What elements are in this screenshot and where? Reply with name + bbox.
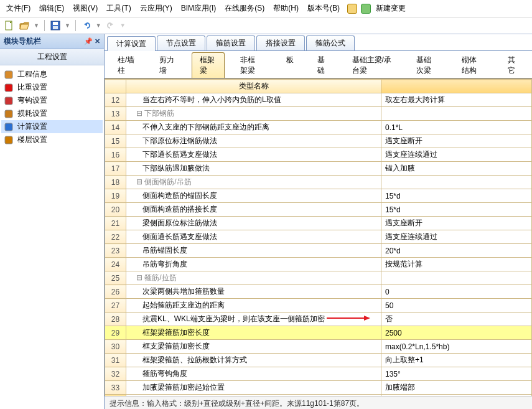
tab1-0[interactable]: 计算设置 (107, 36, 156, 51)
tab1-3[interactable]: 搭接设置 (256, 35, 305, 50)
row-val[interactable]: 遇支座断开 (381, 217, 532, 230)
row-name[interactable]: 侧面通长筋遇支座做法 (126, 230, 381, 244)
dropdown-icon[interactable]: ▼ (34, 22, 39, 29)
row-val[interactable] (381, 176, 532, 189)
sidebar-item-5[interactable]: 楼层设置 (1, 133, 103, 146)
row-val[interactable]: 否 (381, 313, 532, 326)
row-val[interactable]: 50 (381, 299, 532, 313)
grid-row[interactable]: 29 框架梁箍筋加密长度2500 (105, 326, 532, 340)
tab1-1[interactable]: 节点设置 (157, 35, 205, 50)
row-val[interactable]: 0 (381, 285, 532, 299)
tab2-3[interactable]: 非框架梁 (232, 52, 271, 78)
row-name[interactable]: ⊟ 箍筋/拉筋 (126, 271, 381, 285)
row-name[interactable]: ⊟ 侧面钢筋/吊筋 (126, 176, 381, 189)
sidebar-item-0[interactable]: 工程信息 (1, 68, 103, 81)
row-val[interactable] (381, 107, 532, 121)
menu-cloud[interactable]: 云应用(Y) (136, 2, 176, 15)
row-val[interactable]: 2500 (381, 326, 532, 340)
row-name[interactable]: 起始箍筋距支座边的距离 (126, 299, 381, 313)
grid-row[interactable]: 27 起始箍筋距支座边的距离50 (105, 299, 532, 313)
grid-row[interactable]: 22 侧面通长筋遇支座做法遇支座连续通过 (105, 230, 532, 244)
tab2-2[interactable]: 框架梁 (192, 52, 225, 78)
row-val[interactable]: 遇支座断开 (381, 134, 532, 148)
menu-bim[interactable]: BIM应用(I) (177, 2, 220, 15)
menu-tool[interactable]: 工具(T) (103, 2, 134, 15)
open-icon[interactable] (19, 20, 30, 31)
sidebar-item-1[interactable]: 比重设置 (1, 81, 103, 94)
grid-row[interactable]: 14 不伸入支座的下部钢筋距支座边的距离0.1*L (105, 121, 532, 134)
menu-view[interactable]: 视图(V) (69, 2, 101, 15)
row-name[interactable]: 当左右跨不等时，伸入小跨内负筋的L取值 (126, 93, 381, 107)
row-name[interactable]: 次梁两侧共增加箍筋数量 (126, 285, 381, 299)
menu-file[interactable]: 文件(F) (2, 2, 34, 15)
tab2-1[interactable]: 剪力墙 (151, 52, 184, 78)
row-name[interactable]: 下部通长筋遇支座做法 (126, 148, 381, 162)
row-val[interactable]: 遇支座连续通过 (381, 230, 532, 244)
row-val[interactable]: 135° (381, 367, 532, 381)
grid-row[interactable]: 16 下部通长筋遇支座做法遇支座连续通过 (105, 148, 532, 162)
menu-edit[interactable]: 编辑(E) (35, 2, 68, 15)
newchange-label[interactable]: 新建变更 (372, 2, 409, 15)
menu-help[interactable]: 帮助(H) (269, 2, 302, 15)
helmet-icon[interactable] (347, 4, 357, 14)
tab2-7[interactable]: 基础次梁 (408, 52, 447, 78)
row-name[interactable]: 箍筋弯钩角度 (126, 367, 381, 381)
tab2-9[interactable]: 其它 (500, 52, 527, 78)
row-val[interactable]: 加腋端部 (381, 381, 532, 395)
grid-row[interactable]: 30 框支梁箍筋加密长度max(0.2*Ln,1.5*hb) (105, 340, 532, 354)
row-name[interactable]: 吊筋锚固长度 (126, 244, 381, 258)
grid-row[interactable]: 24 吊筋弯折角度按规范计算 (105, 258, 532, 271)
row-val[interactable]: 0.1*L (381, 121, 532, 134)
row-val[interactable]: 20*d (381, 244, 532, 258)
grid-row[interactable]: 17 下部纵筋遇加腋做法锚入加腋 (105, 162, 532, 176)
grid-row[interactable]: 26 次梁两侧共增加箍筋数量0 (105, 285, 532, 299)
grid-row[interactable]: 20 侧面构造筋的搭接长度15*d (105, 203, 532, 217)
save-icon[interactable] (50, 20, 61, 31)
row-name[interactable]: 梁侧面原位标注筋做法 (126, 217, 381, 230)
row-val[interactable]: 向上取整+1 (381, 354, 532, 367)
grid-row[interactable]: 19 侧面构造筋的锚固长度15*d (105, 189, 532, 203)
undo-icon[interactable] (81, 20, 92, 31)
pin-icon[interactable]: 📌 ✕ (84, 37, 100, 45)
sidebar-item-2[interactable]: 弯钩设置 (1, 94, 103, 107)
menu-online[interactable]: 在线服务(S) (221, 2, 268, 15)
grid-row[interactable]: 25 ⊟ 箍筋/拉筋 (105, 271, 532, 285)
newchange-icon[interactable] (361, 4, 371, 14)
tab1-2[interactable]: 箍筋设置 (207, 35, 255, 50)
row-val[interactable] (381, 271, 532, 285)
new-icon[interactable] (4, 20, 15, 31)
row-name[interactable]: 框架梁箍筋、拉筋根数计算方式 (126, 354, 381, 367)
row-name[interactable]: 侧面构造筋的锚固长度 (126, 189, 381, 203)
grid-row[interactable]: 31 框架梁箍筋、拉筋根数计算方式向上取整+1 (105, 354, 532, 367)
row-val[interactable]: 遇支座连续通过 (381, 148, 532, 162)
grid-row[interactable]: 32 箍筋弯钩角度135° (105, 367, 532, 381)
row-name[interactable]: 框架梁箍筋加密长度 (126, 326, 381, 340)
tab2-5[interactable]: 基础 (309, 52, 337, 78)
row-name[interactable]: 框支梁箍筋加密长度 (126, 340, 381, 354)
grid-row[interactable]: 12 当左右跨不等时，伸入小跨内负筋的L取值取左右最大跨计算 (105, 93, 532, 107)
menu-version[interactable]: 版本号(B) (304, 2, 343, 15)
dropdown-icon[interactable]: ▼ (65, 22, 70, 29)
dropdown-icon[interactable]: ▼ (96, 22, 101, 29)
tab2-0[interactable]: 柱/墙柱 (110, 52, 144, 78)
grid-row[interactable]: 28 抗震KL、WKL端支座为梁时，则在该支座一侧箍筋加密 否 (105, 313, 532, 326)
row-name[interactable]: 抗震KL、WKL端支座为梁时，则在该支座一侧箍筋加密 (126, 313, 381, 326)
row-val[interactable]: 取左右最大跨计算 (381, 93, 532, 107)
tab2-8[interactable]: 砌体结构 (454, 52, 492, 78)
row-val[interactable]: 锚入加腋 (381, 162, 532, 176)
row-name[interactable]: 吊筋弯折角度 (126, 258, 381, 271)
tab2-4[interactable]: 板 (278, 52, 302, 78)
row-name[interactable]: 下部原位标注钢筋做法 (126, 134, 381, 148)
grid-row[interactable]: 13 ⊟ 下部钢筋 (105, 107, 532, 121)
tab1-4[interactable]: 箍筋公式 (306, 35, 355, 50)
row-name[interactable]: 加腋梁箍筋加密起始位置 (126, 381, 381, 395)
row-name[interactable]: 不伸入支座的下部钢筋距支座边的距离 (126, 121, 381, 134)
row-val[interactable]: 15*d (381, 203, 532, 217)
grid-row[interactable]: 33 加腋梁箍筋加密起始位置加腋端部 (105, 381, 532, 395)
row-val[interactable]: max(0.2*Ln,1.5*hb) (381, 340, 532, 354)
sidebar-item-4[interactable]: 计算设置 (1, 120, 103, 133)
row-val[interactable]: 15*d (381, 189, 532, 203)
sidebar-section[interactable]: 工程设置 (0, 49, 104, 65)
grid-row[interactable]: 18 ⊟ 侧面钢筋/吊筋 (105, 176, 532, 189)
row-name[interactable]: 下部纵筋遇加腋做法 (126, 162, 381, 176)
